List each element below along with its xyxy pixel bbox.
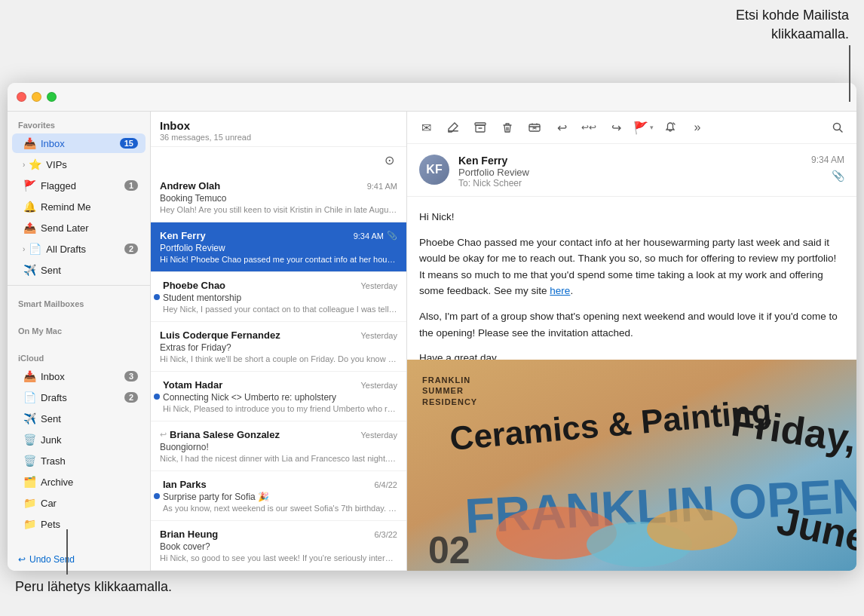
email-meta: Ken Ferry Portfolio Review To: Nick Sche… bbox=[458, 155, 802, 188]
icloud-drafts-icon: 📄 bbox=[23, 391, 36, 404]
undo-send-button[interactable]: ↩ Undo Send bbox=[8, 548, 150, 571]
message-item[interactable]: Phoebe Chao Yesterday Student mentorship… bbox=[151, 272, 406, 322]
message-preview: Hi Nick, I think we'll be short a couple… bbox=[160, 354, 397, 363]
email-pane: ✉ ↩ ↩↩ ↪ 🚩 ▾ bbox=[407, 112, 856, 571]
chevron-icon: › bbox=[23, 161, 25, 169]
sidebar-item-label: Inbox bbox=[41, 371, 124, 382]
sidebar-item-icloud-archive[interactable]: 🗂️ Archive bbox=[12, 472, 146, 492]
sidebar-item-label: Car bbox=[41, 498, 138, 509]
sidebar-item-all-drafts[interactable]: › 📄 All Drafts 2 bbox=[12, 239, 146, 259]
sidebar-item-icloud-trash[interactable]: 🗑️ Trash bbox=[12, 451, 146, 470]
sidebar-item-icloud-drafts[interactable]: 📄 Drafts 2 bbox=[12, 388, 146, 407]
message-preview: Hi Nick, Pleased to introduce you to my … bbox=[163, 404, 397, 413]
message-subject: Book cover? bbox=[160, 541, 397, 552]
message-sender: Phoebe Chao bbox=[163, 280, 354, 291]
icloud-inbox-icon: 📥 bbox=[23, 369, 36, 383]
unread-dot bbox=[154, 394, 160, 400]
flag-button[interactable]: 🚩 ▾ bbox=[633, 118, 653, 137]
message-item[interactable]: Ian Parks 6/4/22 Surprise party for Sofi… bbox=[151, 471, 406, 521]
junk-button[interactable] bbox=[525, 118, 544, 137]
annotation-line-top bbox=[849, 45, 850, 102]
message-item[interactable]: Yotam Hadar Yesterday Connecting Nick <>… bbox=[151, 372, 406, 421]
message-list: Inbox 36 messages, 15 unread ⊙ Andrew Ol… bbox=[151, 112, 407, 571]
sidebar-item-label: Flagged bbox=[41, 180, 124, 192]
attachment-icon: 📎 bbox=[387, 231, 397, 241]
annotation-bottom: Peru lähetys klikkaamalla. bbox=[15, 579, 172, 595]
message-preview: Hey Olah! Are you still keen to visit Kr… bbox=[160, 205, 397, 214]
email-greeting: Hi Nick! bbox=[419, 209, 844, 225]
message-preview: Hey Nick, I passed your contact on to th… bbox=[163, 305, 397, 314]
sidebar-item-label: Send Later bbox=[41, 222, 138, 234]
message-sender: Luis Coderque Fernandez bbox=[160, 329, 354, 341]
sidebar-item-remind-me[interactable]: 🔔 Remind Me bbox=[12, 197, 146, 216]
message-subject: Booking Temuco bbox=[160, 193, 397, 204]
compose-button[interactable] bbox=[443, 118, 463, 137]
sidebar-item-icloud-junk[interactable]: 🗑️ Junk bbox=[12, 430, 146, 449]
send-later-icon: 📤 bbox=[23, 221, 36, 234]
unread-dot bbox=[154, 294, 160, 300]
message-item[interactable]: ↩ Briana Salese Gonzalez Yesterday Buong… bbox=[151, 421, 406, 471]
search-button[interactable] bbox=[828, 118, 847, 137]
message-sender: Brian Heung bbox=[160, 529, 368, 540]
mail-app-window: Favorites 📥 Inbox 15 › ⭐ VIPs 🚩 Flagged … bbox=[8, 83, 856, 571]
traffic-lights bbox=[17, 92, 57, 102]
forward-button[interactable]: ↪ bbox=[606, 118, 626, 137]
email-link[interactable]: here bbox=[550, 285, 570, 296]
email-to-name: Nick Scheer bbox=[473, 178, 522, 188]
message-item[interactable]: Luis Coderque Fernandez Yesterday Extras… bbox=[151, 322, 406, 372]
svg-line-6 bbox=[840, 130, 843, 133]
message-time: 6/3/22 bbox=[374, 530, 397, 539]
icloud-car-icon: 📁 bbox=[23, 496, 36, 510]
reply-all-button[interactable]: ↩↩ bbox=[579, 118, 599, 137]
sidebar-item-icloud-inbox[interactable]: 📥 Inbox 3 bbox=[12, 366, 146, 386]
all-drafts-icon: 📄 bbox=[28, 242, 41, 256]
message-time: Yesterday bbox=[360, 281, 397, 290]
filter-button[interactable]: ⊙ bbox=[379, 150, 399, 170]
email-to: To: Nick Scheer bbox=[458, 178, 802, 188]
sidebar-item-icloud-pets[interactable]: 📁 Pets bbox=[12, 514, 146, 534]
message-time: Yesterday bbox=[360, 431, 397, 440]
inbox-icon: 📥 bbox=[23, 136, 36, 150]
message-subject: Student mentorship bbox=[163, 293, 397, 303]
message-time: Yesterday bbox=[360, 331, 397, 340]
message-list-subtitle: 36 messages, 15 unread bbox=[160, 133, 397, 142]
notifications-button[interactable] bbox=[660, 118, 680, 137]
flagged-badge: 1 bbox=[124, 180, 138, 191]
more-button[interactable]: » bbox=[688, 118, 707, 137]
sidebar-item-vips[interactable]: › ⭐ VIPs bbox=[12, 155, 146, 174]
icloud-label: iCloud bbox=[8, 345, 150, 366]
sidebar-item-inbox[interactable]: 📥 Inbox 15 bbox=[12, 133, 146, 153]
maximize-button[interactable] bbox=[47, 92, 57, 102]
sidebar-item-send-later[interactable]: 📤 Send Later bbox=[12, 218, 146, 238]
message-subject: Buongiorno! bbox=[160, 442, 397, 452]
message-item[interactable]: Brian Heung 6/3/22 Book cover? Hi Nick, … bbox=[151, 521, 406, 571]
icloud-junk-icon: 🗑️ bbox=[23, 433, 36, 446]
message-list-toolbar: ⊙ bbox=[151, 147, 406, 173]
close-button[interactable] bbox=[17, 92, 26, 102]
message-sender: Ian Parks bbox=[163, 479, 368, 490]
attachment-indicator: 📎 bbox=[832, 170, 844, 182]
sidebar-item-icloud-sent[interactable]: ✈️ Sent bbox=[12, 409, 146, 428]
sidebar-item-flagged[interactable]: 🚩 Flagged 1 bbox=[12, 176, 146, 195]
vips-icon: ⭐ bbox=[28, 158, 41, 171]
new-message-button[interactable]: ✉ bbox=[416, 118, 436, 137]
reply-button[interactable]: ↩ bbox=[552, 118, 571, 137]
icloud-inbox-badge: 3 bbox=[124, 371, 138, 382]
delete-button[interactable] bbox=[498, 118, 517, 137]
sidebar-item-label: Sent bbox=[41, 413, 138, 424]
flag-icon: 🚩 bbox=[633, 121, 648, 135]
minimize-button[interactable] bbox=[32, 92, 41, 102]
icloud-archive-icon: 🗂️ bbox=[23, 475, 36, 489]
titlebar bbox=[8, 83, 856, 112]
message-item-selected[interactable]: Ken Ferry 9:34 AM 📎 Portfolio Review Hi … bbox=[151, 222, 406, 272]
avatar-initials: KF bbox=[426, 163, 442, 176]
email-body: Hi Nick! Phoebe Chao passed me your cont… bbox=[407, 197, 856, 360]
icloud-sent-icon: ✈️ bbox=[23, 412, 36, 425]
archive-toolbar-button[interactable] bbox=[470, 118, 490, 137]
sidebar-item-label: Archive bbox=[41, 477, 138, 488]
smart-mailboxes-label: Smart Mailboxes bbox=[8, 290, 150, 311]
sidebar-item-sent[interactable]: ✈️ Sent bbox=[12, 260, 146, 280]
messages-container: Andrew Olah 9:41 AM Booking Temuco Hey O… bbox=[151, 173, 406, 571]
sidebar-item-icloud-car[interactable]: 📁 Car bbox=[12, 493, 146, 513]
message-item[interactable]: Andrew Olah 9:41 AM Booking Temuco Hey O… bbox=[151, 173, 406, 222]
